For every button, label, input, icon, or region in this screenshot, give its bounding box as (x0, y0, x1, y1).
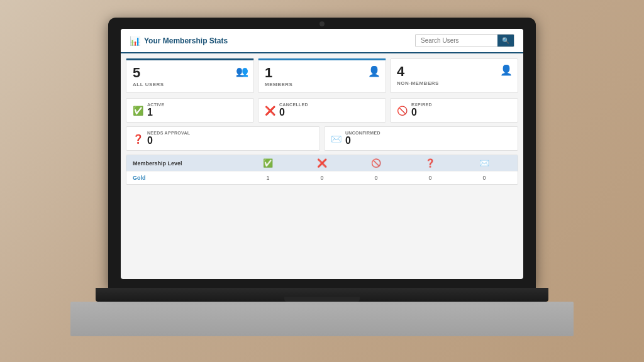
active-label: ACTIVE (147, 102, 164, 107)
needs-approval-card[interactable]: ❓ NEEDS APPROVAL 0 (126, 126, 320, 151)
header-left: 📊 Your Membership Stats (130, 36, 228, 46)
search-button[interactable]: 🔍 (497, 35, 514, 47)
app-container: 📊 Your Membership Stats 🔍 👥 5 ALL USERS (121, 29, 523, 279)
membership-level-header: Membership Level (133, 160, 241, 167)
search-input[interactable] (416, 35, 497, 47)
cancelled-card[interactable]: ❌ CANCELLED 0 (258, 98, 386, 123)
camera-notch (319, 21, 325, 26)
active-icon: ✅ (133, 106, 143, 116)
needs-approval-label: NEEDS APPROVAL (147, 131, 190, 135)
cancelled-number: 0 (279, 107, 308, 118)
screen-bezel: 📊 Your Membership Stats 🔍 👥 5 ALL USERS (108, 18, 536, 288)
non-members-card[interactable]: 👤 4 NON-MEMBERS (390, 58, 518, 93)
all-users-number: 5 (133, 65, 247, 80)
gold-approval: 0 (403, 175, 457, 181)
laptop-base (96, 288, 548, 302)
table-row[interactable]: Gold 1 0 0 0 0 (126, 171, 518, 184)
members-number: 1 (265, 65, 379, 80)
table-header: Membership Level ✅ ❌ 🚫 ❓ ✉️ (126, 155, 518, 171)
desk-surface (70, 302, 574, 336)
all-users-label: ALL USERS (133, 82, 247, 87)
all-users-icon: 👥 (236, 65, 248, 77)
non-members-number: 4 (397, 64, 511, 79)
expired-number: 0 (411, 107, 432, 118)
screen: 📊 Your Membership Stats 🔍 👥 5 ALL USERS (121, 29, 523, 279)
gold-active: 1 (241, 175, 295, 181)
unconfirmed-icon: ✉️ (331, 134, 341, 144)
members-icon: 👤 (368, 65, 380, 77)
unconfirmed-number: 0 (345, 135, 380, 146)
col-approval-icon: ❓ (403, 158, 457, 168)
members-card[interactable]: 👤 1 MEMBERS (258, 58, 386, 93)
cancelled-info: CANCELLED 0 (279, 102, 308, 118)
tertiary-stats-grid: ❓ NEEDS APPROVAL 0 ✉️ UNCONFIRMED 0 (121, 123, 523, 151)
col-unconfirmed-icon: ✉️ (457, 158, 511, 168)
expired-card[interactable]: 🚫 EXPIRED 0 (390, 98, 518, 123)
needs-approval-info: NEEDS APPROVAL 0 (147, 131, 190, 146)
all-users-card[interactable]: 👥 5 ALL USERS (126, 58, 254, 93)
unconfirmed-card[interactable]: ✉️ UNCONFIRMED 0 (324, 126, 518, 151)
needs-approval-icon: ❓ (133, 134, 143, 144)
header-title: Your Membership Stats (144, 36, 228, 45)
stats-icon: 📊 (130, 36, 140, 46)
gold-unconfirmed: 0 (457, 175, 511, 181)
gold-cancelled: 0 (295, 175, 349, 181)
non-members-icon: 👤 (500, 64, 513, 76)
search-bar[interactable]: 🔍 (415, 34, 514, 47)
expired-label: EXPIRED (411, 102, 432, 107)
primary-stats-grid: 👥 5 ALL USERS 👤 1 MEMBERS 👤 4 NON-MEMBER… (121, 53, 523, 98)
col-expired-icon: 🚫 (349, 158, 403, 168)
expired-icon: 🚫 (397, 106, 408, 116)
non-members-label: NON-MEMBERS (397, 80, 511, 86)
active-card[interactable]: ✅ ACTIVE 1 (126, 98, 254, 123)
col-active-icon: ✅ (241, 158, 295, 168)
app-header: 📊 Your Membership Stats 🔍 (121, 29, 523, 53)
laptop: 📊 Your Membership Stats 🔍 👥 5 ALL USERS (77, 18, 567, 344)
cancelled-label: CANCELLED (279, 102, 308, 107)
col-cancelled-icon: ❌ (295, 158, 349, 168)
unconfirmed-info: UNCONFIRMED 0 (345, 131, 380, 146)
unconfirmed-label: UNCONFIRMED (345, 131, 380, 135)
secondary-stats-grid: ✅ ACTIVE 1 ❌ CANCELLED 0 (121, 98, 523, 123)
needs-approval-number: 0 (147, 135, 190, 146)
expired-info: EXPIRED 0 (411, 102, 432, 118)
cancelled-icon: ❌ (265, 106, 275, 116)
membership-name: Gold (133, 175, 241, 181)
gold-expired: 0 (349, 175, 403, 181)
members-label: MEMBERS (265, 82, 379, 87)
active-number: 1 (147, 107, 164, 118)
active-info: ACTIVE 1 (147, 102, 164, 118)
membership-table: Membership Level ✅ ❌ 🚫 ❓ ✉️ Gold 1 0 0 0… (126, 155, 518, 185)
